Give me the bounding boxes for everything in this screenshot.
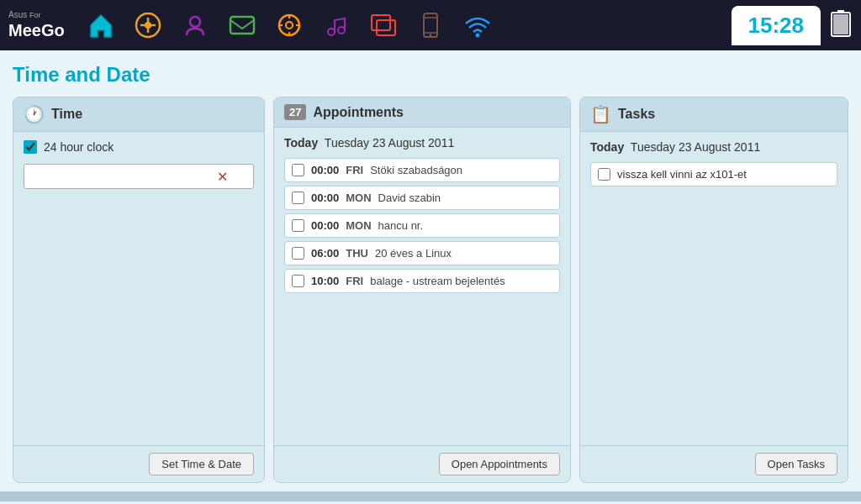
tasks-icon: 📋 bbox=[590, 104, 611, 124]
nav-home-icon[interactable] bbox=[82, 6, 120, 45]
appointment-time: 00:00 bbox=[311, 164, 339, 176]
tasks-list: vissza kell vinni az x101-et bbox=[590, 162, 837, 186]
appointments-list: 00:00 FRI Stöki szabadságon 00:00 MON Da… bbox=[284, 158, 560, 293]
bottom-bar bbox=[0, 491, 861, 501]
appointment-day: THU bbox=[346, 247, 368, 260]
appointment-item: 06:00 THU 20 éves a Linux bbox=[284, 241, 560, 265]
time-panel-header: 🕐 Time bbox=[13, 97, 264, 132]
appointment-time: 10:00 bbox=[311, 275, 339, 287]
clock-display[interactable]: 15:28 bbox=[732, 6, 821, 45]
task-title: vissza kell vinni az x101-et bbox=[617, 168, 747, 181]
time-panel-footer: Set Time & Date bbox=[13, 445, 264, 482]
svg-rect-8 bbox=[372, 15, 390, 30]
appointment-item: 00:00 FRI Stöki szabadságon bbox=[284, 158, 560, 182]
svg-rect-3 bbox=[230, 17, 254, 34]
appointments-panel-body: Today Tuesday 23 August 2011 00:00 FRI S… bbox=[274, 128, 570, 445]
appointment-checkbox[interactable] bbox=[292, 275, 304, 287]
topbar: Asus For MeeGo bbox=[0, 0, 861, 50]
appointment-title: hancu nr. bbox=[378, 219, 424, 232]
appointments-today-date: Tuesday 23 August 2011 bbox=[325, 136, 454, 150]
main-content: Time and Date 🕐 Time 24 hour clock ✕ Set… bbox=[0, 50, 861, 491]
appointments-panel-footer: Open Appointments bbox=[274, 445, 570, 482]
nav-games-icon[interactable] bbox=[129, 6, 167, 45]
appointment-title: balage - ustream bejelentés bbox=[370, 275, 504, 287]
tasks-today-date: Tuesday 23 August 2011 bbox=[631, 140, 760, 154]
panels-container: 🕐 Time 24 hour clock ✕ Set Time & Date bbox=[13, 97, 848, 483]
tasks-panel-body: Today Tuesday 23 August 2011 vissza kell… bbox=[580, 132, 848, 445]
appointments-badge: 27 bbox=[284, 104, 306, 120]
tasks-panel-title: Tasks bbox=[618, 107, 655, 122]
tasks-panel-footer: Open Tasks bbox=[580, 445, 848, 482]
asus-label: Asus bbox=[8, 10, 27, 19]
appointment-time: 00:00 bbox=[311, 192, 339, 204]
time-panel: 🕐 Time 24 hour clock ✕ Set Time & Date bbox=[13, 97, 265, 483]
tasks-date-row: Today Tuesday 23 August 2011 bbox=[590, 140, 837, 154]
appointment-checkbox[interactable] bbox=[292, 192, 304, 204]
svg-point-14 bbox=[475, 34, 479, 38]
page-title: Time and Date bbox=[13, 63, 848, 87]
nav-contacts-icon[interactable] bbox=[176, 6, 214, 45]
nav-music-icon[interactable] bbox=[317, 6, 356, 45]
tasks-today-label: Today bbox=[590, 140, 624, 154]
appointment-day: FRI bbox=[346, 275, 363, 287]
battery-icon bbox=[829, 8, 853, 43]
clock-time: 15:28 bbox=[748, 13, 805, 39]
appointment-day: MON bbox=[346, 219, 371, 232]
24hour-checkbox[interactable] bbox=[24, 140, 37, 154]
nav-wifi-icon[interactable] bbox=[458, 6, 497, 45]
appointments-panel: 27 Appointments Today Tuesday 23 August … bbox=[273, 97, 571, 483]
appointment-item: 00:00 MON hancu nr. bbox=[284, 213, 560, 238]
meego-label: MeeGo bbox=[8, 20, 65, 40]
open-appointments-button[interactable]: Open Appointments bbox=[439, 453, 560, 475]
svg-point-13 bbox=[429, 34, 431, 37]
logo: Asus For MeeGo bbox=[8, 10, 65, 40]
svg-point-5 bbox=[286, 22, 293, 29]
svg-rect-17 bbox=[833, 14, 848, 34]
appointment-title: Stöki szabadságon bbox=[370, 164, 462, 176]
for-label: For bbox=[29, 11, 41, 19]
clear-icon[interactable]: ✕ bbox=[217, 169, 228, 185]
appointment-day: FRI bbox=[346, 164, 363, 176]
appointments-date-row: Today Tuesday 23 August 2011 bbox=[284, 136, 560, 150]
open-tasks-button[interactable]: Open Tasks bbox=[755, 453, 837, 475]
nav-messages-icon[interactable] bbox=[223, 6, 261, 45]
appointment-checkbox[interactable] bbox=[292, 247, 304, 260]
appointment-checkbox[interactable] bbox=[292, 164, 304, 176]
appointment-time: 00:00 bbox=[311, 219, 339, 232]
appointment-title: David szabin bbox=[378, 192, 441, 204]
appointment-item: 10:00 FRI balage - ustream bejelentés bbox=[284, 269, 560, 293]
appointment-title: 20 éves a Linux bbox=[375, 247, 452, 260]
svg-point-1 bbox=[145, 22, 151, 29]
time-panel-body: 24 hour clock ✕ bbox=[13, 132, 264, 445]
tasks-panel: 📋 Tasks Today Tuesday 23 August 2011 vis… bbox=[579, 97, 848, 483]
tasks-panel-header: 📋 Tasks bbox=[580, 97, 848, 132]
appointment-item: 00:00 MON David szabin bbox=[284, 186, 560, 210]
appointments-today-label: Today bbox=[284, 136, 318, 150]
svg-point-7 bbox=[338, 27, 345, 34]
appointment-day: MON bbox=[346, 192, 371, 204]
time-input-row: ✕ bbox=[24, 164, 254, 189]
24hour-row: 24 hour clock bbox=[24, 140, 254, 154]
svg-rect-9 bbox=[377, 20, 395, 35]
nav-browser-icon[interactable] bbox=[364, 6, 403, 45]
appointment-checkbox[interactable] bbox=[292, 219, 304, 232]
appointment-time: 06:00 bbox=[311, 247, 339, 260]
svg-point-2 bbox=[190, 17, 200, 27]
clock-icon: 🕐 bbox=[24, 104, 45, 124]
24hour-label: 24 hour clock bbox=[44, 140, 114, 154]
nav-phone-icon[interactable] bbox=[411, 6, 450, 45]
svg-rect-10 bbox=[424, 13, 437, 37]
svg-rect-16 bbox=[837, 10, 844, 13]
asus-for-text: Asus For bbox=[8, 10, 65, 20]
appointments-panel-header: 27 Appointments bbox=[274, 97, 570, 128]
task-checkbox[interactable] bbox=[598, 168, 610, 181]
appointments-panel-title: Appointments bbox=[313, 105, 404, 120]
svg-point-6 bbox=[328, 29, 335, 35]
nav-media-icon[interactable] bbox=[270, 6, 309, 45]
time-panel-title: Time bbox=[51, 107, 82, 122]
set-time-date-button[interactable]: Set Time & Date bbox=[149, 453, 254, 475]
task-item: vissza kell vinni az x101-et bbox=[590, 162, 837, 186]
